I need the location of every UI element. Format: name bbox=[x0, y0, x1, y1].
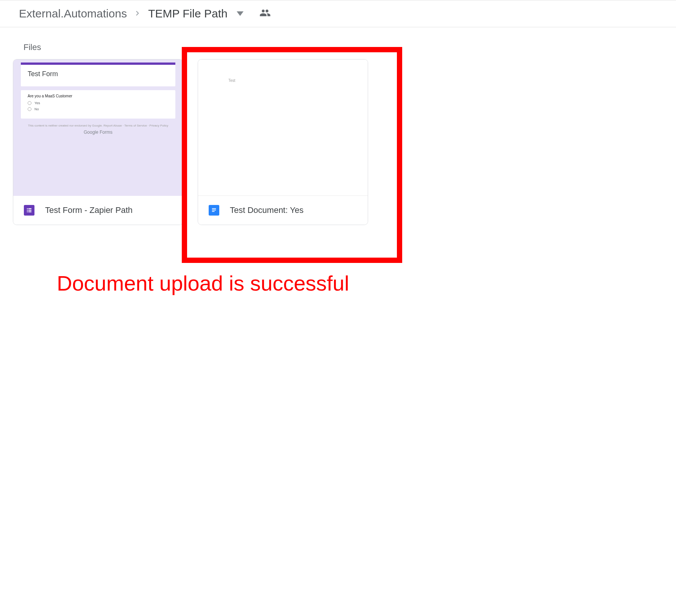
svg-rect-4 bbox=[27, 211, 28, 212]
chevron-right-icon bbox=[134, 8, 141, 20]
section-label-files: Files bbox=[0, 27, 676, 59]
doc-preview-text: Test bbox=[228, 78, 235, 83]
option-label: Yes bbox=[34, 101, 40, 105]
form-preview: Test Form Are you a MaaS Customer Yes No… bbox=[21, 63, 175, 135]
svg-rect-6 bbox=[212, 208, 216, 209]
google-forms-brand: Google Forms bbox=[21, 130, 175, 135]
breadcrumb-current[interactable]: TEMP File Path bbox=[148, 7, 228, 20]
file-name: Test Document: Yes bbox=[230, 205, 303, 215]
file-card-form[interactable]: Test Form Are you a MaaS Customer Yes No… bbox=[13, 59, 183, 225]
svg-rect-7 bbox=[212, 210, 216, 211]
radio-icon bbox=[28, 107, 31, 111]
shared-icon[interactable] bbox=[259, 7, 271, 20]
svg-rect-0 bbox=[27, 208, 28, 209]
form-option: No bbox=[28, 107, 169, 111]
file-thumbnail: Test Form Are you a MaaS Customer Yes No… bbox=[13, 59, 183, 196]
svg-rect-3 bbox=[28, 210, 31, 211]
form-title: Test Form bbox=[21, 65, 175, 86]
docs-icon bbox=[209, 205, 219, 216]
breadcrumb-parent[interactable]: External.Automations bbox=[19, 7, 127, 20]
form-footer: This content is neither created nor endo… bbox=[21, 124, 175, 135]
file-name: Test Form - Zapier Path bbox=[45, 205, 133, 215]
file-thumbnail: Test bbox=[198, 59, 368, 196]
svg-rect-8 bbox=[212, 211, 215, 212]
folder-dropdown-icon[interactable] bbox=[237, 11, 244, 16]
svg-rect-2 bbox=[27, 210, 28, 211]
file-card-footer: Test Form - Zapier Path bbox=[13, 196, 183, 225]
file-card-doc[interactable]: Test Test Document: Yes bbox=[198, 59, 368, 225]
radio-icon bbox=[28, 101, 31, 105]
form-question-box: Are you a MaaS Customer Yes No bbox=[21, 90, 175, 119]
form-option: Yes bbox=[28, 101, 169, 105]
form-question: Are you a MaaS Customer bbox=[28, 94, 169, 98]
forms-icon bbox=[24, 205, 34, 216]
svg-rect-5 bbox=[28, 211, 31, 212]
breadcrumb: External.Automations TEMP File Path bbox=[0, 0, 676, 27]
svg-rect-1 bbox=[28, 208, 31, 209]
annotation-text: Document upload is successful bbox=[25, 270, 381, 296]
option-label: No bbox=[34, 107, 39, 111]
files-row: Test Form Are you a MaaS Customer Yes No… bbox=[0, 59, 676, 225]
form-footer-text: This content is neither created nor endo… bbox=[21, 124, 175, 127]
file-card-footer: Test Document: Yes bbox=[198, 196, 368, 225]
